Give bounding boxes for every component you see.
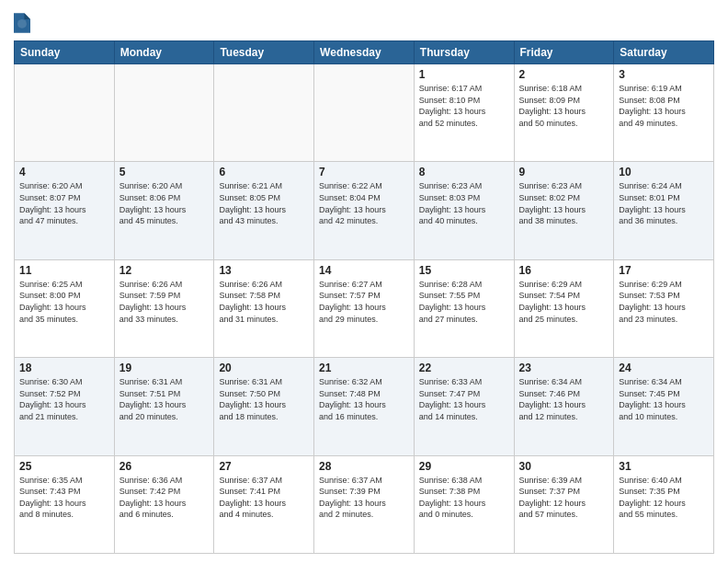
- day-number: 21: [319, 362, 409, 374]
- day-detail: Sunrise: 6:31 AM Sunset: 7:50 PM Dayligh…: [219, 376, 309, 422]
- header: [14, 9, 714, 33]
- calendar-empty-cell: [214, 64, 314, 162]
- day-detail: Sunrise: 6:29 AM Sunset: 7:53 PM Dayligh…: [619, 279, 709, 325]
- day-detail: Sunrise: 6:37 AM Sunset: 7:41 PM Dayligh…: [219, 475, 309, 521]
- day-detail: Sunrise: 6:19 AM Sunset: 8:08 PM Dayligh…: [619, 83, 709, 129]
- weekday-header-monday: Monday: [114, 41, 214, 64]
- day-detail: Sunrise: 6:36 AM Sunset: 7:42 PM Dayligh…: [119, 475, 210, 521]
- calendar-day-22: 22Sunrise: 6:33 AM Sunset: 7:47 PM Dayli…: [414, 358, 514, 455]
- weekday-header-sunday: Sunday: [15, 41, 115, 64]
- day-number: 22: [419, 362, 509, 374]
- calendar-week-3: 11Sunrise: 6:25 AM Sunset: 8:00 PM Dayli…: [15, 259, 714, 357]
- day-number: 20: [219, 362, 309, 374]
- day-number: 16: [519, 264, 609, 277]
- day-number: 15: [419, 264, 509, 277]
- day-detail: Sunrise: 6:33 AM Sunset: 7:47 PM Dayligh…: [419, 376, 509, 422]
- day-number: 25: [19, 460, 109, 473]
- calendar-day-18: 18Sunrise: 6:30 AM Sunset: 7:52 PM Dayli…: [15, 358, 115, 455]
- calendar-day-7: 7Sunrise: 6:22 AM Sunset: 8:04 PM Daylig…: [314, 162, 415, 259]
- day-number: 24: [619, 362, 709, 374]
- calendar-day-16: 16Sunrise: 6:29 AM Sunset: 7:54 PM Dayli…: [514, 259, 614, 357]
- calendar-day-27: 27Sunrise: 6:37 AM Sunset: 7:41 PM Dayli…: [214, 455, 314, 553]
- day-number: 31: [619, 460, 709, 473]
- day-number: 6: [219, 166, 309, 178]
- day-number: 30: [519, 460, 609, 473]
- day-detail: Sunrise: 6:34 AM Sunset: 7:46 PM Dayligh…: [519, 376, 609, 422]
- day-number: 3: [619, 68, 709, 81]
- day-number: 1: [419, 68, 509, 81]
- day-detail: Sunrise: 6:27 AM Sunset: 7:57 PM Dayligh…: [319, 279, 409, 325]
- day-detail: Sunrise: 6:23 AM Sunset: 8:02 PM Dayligh…: [519, 180, 609, 226]
- page: SundayMondayTuesdayWednesdayThursdayFrid…: [0, 0, 728, 563]
- calendar-empty-cell: [114, 64, 214, 162]
- day-number: 26: [119, 460, 210, 473]
- calendar-week-1: 1Sunrise: 6:17 AM Sunset: 8:10 PM Daylig…: [15, 64, 714, 162]
- day-number: 5: [119, 166, 210, 178]
- calendar-day-8: 8Sunrise: 6:23 AM Sunset: 8:03 PM Daylig…: [414, 162, 514, 259]
- weekday-header-friday: Friday: [514, 41, 614, 64]
- logo: [14, 13, 34, 33]
- calendar-week-5: 25Sunrise: 6:35 AM Sunset: 7:43 PM Dayli…: [15, 455, 714, 553]
- day-number: 18: [19, 362, 109, 374]
- day-number: 28: [319, 460, 409, 473]
- day-detail: Sunrise: 6:29 AM Sunset: 7:54 PM Dayligh…: [519, 279, 609, 325]
- calendar-day-10: 10Sunrise: 6:24 AM Sunset: 8:01 PM Dayli…: [614, 162, 714, 259]
- day-detail: Sunrise: 6:26 AM Sunset: 7:58 PM Dayligh…: [219, 279, 309, 325]
- calendar-week-4: 18Sunrise: 6:30 AM Sunset: 7:52 PM Dayli…: [15, 358, 714, 455]
- day-detail: Sunrise: 6:32 AM Sunset: 7:48 PM Dayligh…: [319, 376, 409, 422]
- calendar-day-20: 20Sunrise: 6:31 AM Sunset: 7:50 PM Dayli…: [214, 358, 314, 455]
- day-number: 17: [619, 264, 709, 277]
- calendar-day-23: 23Sunrise: 6:34 AM Sunset: 7:46 PM Dayli…: [514, 358, 614, 455]
- day-number: 12: [119, 264, 210, 277]
- day-detail: Sunrise: 6:21 AM Sunset: 8:05 PM Dayligh…: [219, 180, 309, 226]
- calendar-empty-cell: [314, 64, 415, 162]
- calendar-day-30: 30Sunrise: 6:39 AM Sunset: 7:37 PM Dayli…: [514, 455, 614, 553]
- day-detail: Sunrise: 6:20 AM Sunset: 8:06 PM Dayligh…: [119, 180, 210, 226]
- calendar-day-14: 14Sunrise: 6:27 AM Sunset: 7:57 PM Dayli…: [314, 259, 415, 357]
- day-number: 29: [419, 460, 509, 473]
- calendar-day-6: 6Sunrise: 6:21 AM Sunset: 8:05 PM Daylig…: [214, 162, 314, 259]
- day-number: 2: [519, 68, 609, 81]
- day-detail: Sunrise: 6:38 AM Sunset: 7:38 PM Dayligh…: [419, 475, 509, 521]
- day-number: 10: [619, 166, 709, 178]
- calendar-day-3: 3Sunrise: 6:19 AM Sunset: 8:08 PM Daylig…: [614, 64, 714, 162]
- day-detail: Sunrise: 6:17 AM Sunset: 8:10 PM Dayligh…: [419, 83, 509, 129]
- weekday-header-thursday: Thursday: [414, 41, 514, 64]
- calendar-day-31: 31Sunrise: 6:40 AM Sunset: 7:35 PM Dayli…: [614, 455, 714, 553]
- day-detail: Sunrise: 6:25 AM Sunset: 8:00 PM Dayligh…: [19, 279, 109, 325]
- calendar-day-21: 21Sunrise: 6:32 AM Sunset: 7:48 PM Dayli…: [314, 358, 415, 455]
- calendar-day-2: 2Sunrise: 6:18 AM Sunset: 8:09 PM Daylig…: [514, 64, 614, 162]
- calendar-day-11: 11Sunrise: 6:25 AM Sunset: 8:00 PM Dayli…: [15, 259, 115, 357]
- calendar-day-1: 1Sunrise: 6:17 AM Sunset: 8:10 PM Daylig…: [414, 64, 514, 162]
- calendar-empty-cell: [15, 64, 115, 162]
- svg-marker-1: [24, 13, 30, 19]
- day-number: 13: [219, 264, 309, 277]
- day-detail: Sunrise: 6:28 AM Sunset: 7:55 PM Dayligh…: [419, 279, 509, 325]
- logo-icon: [14, 13, 30, 33]
- day-number: 7: [319, 166, 409, 178]
- calendar-day-17: 17Sunrise: 6:29 AM Sunset: 7:53 PM Dayli…: [614, 259, 714, 357]
- calendar-day-24: 24Sunrise: 6:34 AM Sunset: 7:45 PM Dayli…: [614, 358, 714, 455]
- day-number: 27: [219, 460, 309, 473]
- day-number: 11: [19, 264, 109, 277]
- day-detail: Sunrise: 6:35 AM Sunset: 7:43 PM Dayligh…: [19, 475, 109, 521]
- day-detail: Sunrise: 6:39 AM Sunset: 7:37 PM Dayligh…: [519, 475, 609, 521]
- calendar-day-9: 9Sunrise: 6:23 AM Sunset: 8:02 PM Daylig…: [514, 162, 614, 259]
- calendar-day-25: 25Sunrise: 6:35 AM Sunset: 7:43 PM Dayli…: [15, 455, 115, 553]
- day-detail: Sunrise: 6:34 AM Sunset: 7:45 PM Dayligh…: [619, 376, 709, 422]
- day-number: 23: [519, 362, 609, 374]
- calendar-day-19: 19Sunrise: 6:31 AM Sunset: 7:51 PM Dayli…: [114, 358, 214, 455]
- calendar-day-29: 29Sunrise: 6:38 AM Sunset: 7:38 PM Dayli…: [414, 455, 514, 553]
- calendar-table: SundayMondayTuesdayWednesdayThursdayFrid…: [14, 40, 714, 554]
- calendar-day-13: 13Sunrise: 6:26 AM Sunset: 7:58 PM Dayli…: [214, 259, 314, 357]
- day-detail: Sunrise: 6:26 AM Sunset: 7:59 PM Dayligh…: [119, 279, 210, 325]
- calendar-day-15: 15Sunrise: 6:28 AM Sunset: 7:55 PM Dayli…: [414, 259, 514, 357]
- weekday-header-saturday: Saturday: [614, 41, 714, 64]
- weekday-header-tuesday: Tuesday: [214, 41, 314, 64]
- day-number: 14: [319, 264, 409, 277]
- calendar-day-12: 12Sunrise: 6:26 AM Sunset: 7:59 PM Dayli…: [114, 259, 214, 357]
- day-detail: Sunrise: 6:20 AM Sunset: 8:07 PM Dayligh…: [19, 180, 109, 226]
- day-number: 9: [519, 166, 609, 178]
- calendar-week-2: 4Sunrise: 6:20 AM Sunset: 8:07 PM Daylig…: [15, 162, 714, 259]
- weekday-header-row: SundayMondayTuesdayWednesdayThursdayFrid…: [15, 41, 714, 64]
